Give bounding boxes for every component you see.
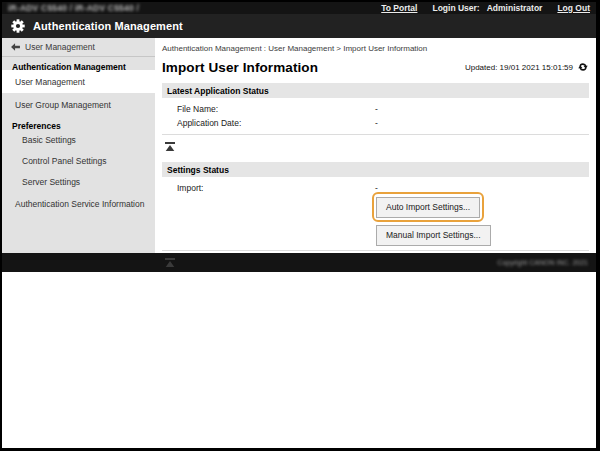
import-value: - [375, 183, 589, 193]
sidebar-item-user-management[interactable]: User Management [2, 70, 155, 93]
copyright-text: Copyright CANON INC. 2021 [497, 259, 588, 266]
sidebar-back-label: User Management [25, 42, 95, 52]
file-name-label: File Name: [177, 104, 375, 114]
top-links: To Portal Login User: Administrator Log … [381, 3, 590, 13]
sidebar-section-authentication-management: Authentication Management [2, 57, 155, 70]
app-title: Authentication Management [33, 20, 183, 32]
top-status-bar: iR-ADV C5540 / iR-ADV C5540 / To Portal … [2, 2, 596, 14]
logout-link[interactable]: Log Out [557, 3, 590, 13]
main-content: Authentication Management : User Managem… [155, 38, 596, 253]
application-date-label: Application Date: [177, 118, 375, 128]
app-header: Authentication Management [2, 14, 596, 38]
breadcrumb-current: Import User Information [343, 44, 427, 53]
refresh-icon[interactable] [577, 61, 589, 73]
file-name-row: File Name: - [162, 103, 589, 114]
section-settings-status: Settings Status [162, 162, 589, 177]
breadcrumb-root: Authentication Management [162, 44, 262, 53]
sidebar-item-authentication-service-information[interactable]: Authentication Service Information [2, 192, 155, 215]
remote-ui-window: iR-ADV C5540 / iR-ADV C5540 / To Portal … [0, 0, 600, 451]
breadcrumb-parent-link[interactable]: User Management [268, 44, 334, 53]
sidebar-back-user-management[interactable]: User Management [2, 38, 155, 57]
sidebar-item-user-group-management[interactable]: User Group Management [2, 93, 155, 116]
breadcrumb: Authentication Management : User Managem… [162, 44, 589, 54]
updated-timestamp: Updated: 19/01 2021 15:01:59 [465, 63, 573, 72]
application-date-value: - [375, 118, 589, 128]
to-portal-link[interactable]: To Portal [381, 3, 417, 13]
divider [162, 250, 589, 251]
page-title: Import User Information [162, 60, 318, 75]
application-date-row: Application Date: - [162, 117, 589, 128]
title-row: Import User Information Updated: 19/01 2… [162, 58, 589, 76]
manual-import-settings-button[interactable]: Manual Import Settings... [376, 225, 491, 246]
login-user-value: Administrator [487, 3, 543, 13]
back-arrow-icon [11, 43, 20, 51]
sidebar-section-preferences: Preferences [2, 116, 155, 129]
import-label: Import: [177, 183, 375, 193]
sidebar-item-basic-settings[interactable]: Basic Settings [2, 129, 155, 150]
highlight-outline: Auto Import Settings... [372, 192, 484, 222]
file-name-value: - [375, 104, 589, 114]
divider [162, 134, 589, 135]
login-user-label: Login User: [432, 3, 479, 13]
scroll-top-icon[interactable] [165, 253, 175, 262]
scroll-top-icon[interactable] [165, 137, 175, 146]
sidebar-item-server-settings[interactable]: Server Settings [2, 171, 155, 192]
empty-area [2, 272, 596, 446]
breadcrumb-separator: > [334, 44, 343, 53]
device-name-text: iR-ADV C5540 / iR-ADV C5540 / [8, 3, 139, 13]
sidebar-item-control-panel-settings[interactable]: Control Panel Settings [2, 150, 155, 171]
section-latest-application-status: Latest Application Status [162, 83, 589, 98]
gear-icon [11, 19, 25, 33]
auto-import-settings-button[interactable]: Auto Import Settings... [376, 197, 480, 218]
updated-status: Updated: 19/01 2021 15:01:59 [465, 61, 589, 73]
sidebar: User Management Authentication Managemen… [2, 38, 155, 253]
